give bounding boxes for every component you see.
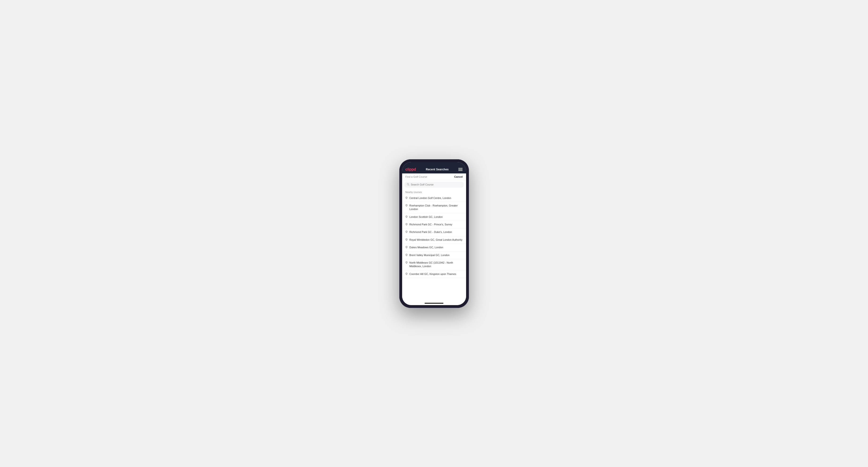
list-item[interactable]: London Scottish GC, London [402, 213, 466, 221]
home-bar [425, 303, 443, 304]
svg-line-1 [408, 185, 409, 185]
list-item[interactable]: North Middlesex GC (1011942 - North Midd… [402, 259, 466, 271]
pin-icon [405, 204, 408, 207]
list-item[interactable]: Brent Valley Municipal GC, London [402, 252, 466, 259]
phone-frame: clippd Recent Searches Find a Golf Cours… [399, 159, 469, 308]
home-indicator [402, 301, 466, 305]
course-name: Richmond Park GC - Prince's, Surrey [409, 223, 453, 226]
list-item[interactable]: Richmond Park GC - Prince's, Surrey [402, 221, 466, 228]
search-container [402, 180, 466, 189]
course-name: Dukes Meadows GC, London [409, 246, 443, 249]
course-name: Richmond Park GC - Duke's, London [409, 230, 452, 234]
pin-icon [405, 223, 408, 226]
find-bar: Find a Golf Course Cancel [402, 174, 466, 180]
search-box [404, 182, 464, 188]
search-input[interactable] [411, 183, 461, 186]
menu-icon[interactable] [458, 168, 463, 171]
app-logo: clippd [405, 167, 416, 172]
app-header: clippd Recent Searches [402, 165, 466, 174]
course-name: Brent Valley Municipal GC, London [409, 253, 450, 257]
pin-icon [405, 238, 408, 241]
course-name: North Middlesex GC (1011942 - North Midd… [409, 261, 463, 268]
svg-point-0 [407, 183, 409, 185]
list-item[interactable]: Richmond Park GC - Duke's, London [402, 228, 466, 236]
nearby-courses-section: Nearby courses Central London Golf Centr… [402, 189, 466, 301]
course-name: Coombe Hill GC, Kingston upon Thames [409, 272, 457, 276]
course-name: Roehampton Club - Roehampton, Greater Lo… [409, 204, 463, 211]
pin-icon [405, 246, 408, 249]
pin-icon [405, 273, 408, 276]
header-title: Recent Searches [426, 168, 448, 171]
nearby-label: Nearby courses [402, 189, 466, 194]
list-item[interactable]: Central London Golf Centre, London [402, 194, 466, 202]
pin-icon [405, 230, 408, 234]
pin-icon [405, 196, 408, 199]
list-item[interactable]: Coombe Hill GC, Kingston upon Thames [402, 271, 466, 278]
course-name: Central London Golf Centre, London [409, 196, 451, 200]
list-item[interactable]: Royal Wimbledon GC, Great London Authori… [402, 236, 466, 244]
list-item[interactable]: Dukes Meadows GC, London [402, 244, 466, 251]
pin-icon [405, 261, 408, 264]
pin-icon [405, 215, 408, 219]
find-label: Find a Golf Course [405, 175, 427, 178]
list-item[interactable]: Roehampton Club - Roehampton, Greater Lo… [402, 202, 466, 213]
status-bar [402, 162, 466, 165]
course-name: London Scottish GC, London [409, 215, 443, 219]
cancel-button[interactable]: Cancel [454, 175, 463, 178]
phone-screen: clippd Recent Searches Find a Golf Cours… [402, 162, 466, 305]
pin-icon [405, 254, 408, 257]
course-name: Royal Wimbledon GC, Great London Authori… [409, 238, 463, 242]
search-icon [407, 183, 409, 186]
